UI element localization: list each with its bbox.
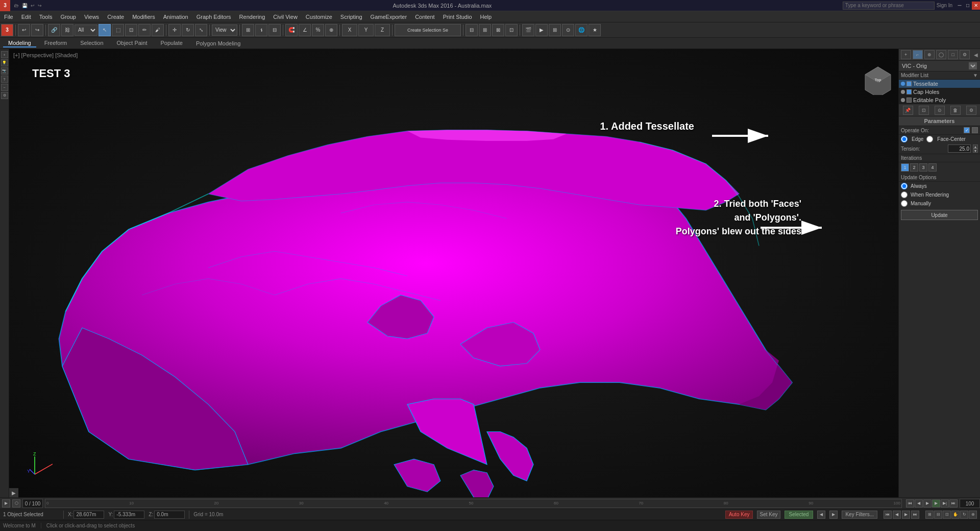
iter-2-btn[interactable]: 2 [910, 163, 918, 172]
zoom-all-btn[interactable]: ⊟ [934, 511, 942, 519]
tension-up-btn[interactable]: ▲ [973, 144, 978, 149]
modifier-list-expand[interactable]: ▼ [973, 73, 978, 78]
menu-graph-editors[interactable]: Graph Editors [192, 13, 235, 21]
view-dropdown[interactable]: View [212, 25, 237, 36]
percent-snap-btn[interactable]: % [312, 24, 324, 36]
camera-btn[interactable]: 📷 [1, 67, 8, 75]
select-obj-btn[interactable]: ↖ [99, 24, 111, 36]
window-crossing-btn[interactable]: ⊡ [125, 24, 137, 36]
freehand-btn[interactable]: ✏ [138, 24, 151, 36]
align-btn[interactable]: ⊞ [242, 24, 254, 36]
auto-key-btn[interactable]: Auto Key [725, 511, 753, 519]
timeline-scrubber[interactable]: 0 10 20 30 40 50 60 70 80 90 100 [45, 499, 902, 508]
menu-views[interactable]: Views [80, 13, 103, 21]
layer-editor-btn[interactable]: ⊞ [479, 24, 491, 36]
layer-btn2[interactable]: ⊠ [492, 24, 504, 36]
iter-1-btn[interactable]: 1 [901, 163, 909, 172]
operate-on-square[interactable] [972, 127, 978, 133]
modify-tab-btn[interactable]: ⌐ [913, 50, 923, 59]
utilities-tab-btn[interactable]: ⚙ [960, 50, 970, 59]
menu-civil-view[interactable]: Civil View [269, 13, 301, 21]
tension-input[interactable] [948, 144, 971, 153]
redo-btn[interactable]: ↪ [31, 24, 43, 36]
face-center-radio[interactable] [926, 136, 933, 142]
modifier-checkbox2[interactable] [906, 89, 912, 94]
menu-gameexporter[interactable]: GameExporter [366, 13, 411, 21]
select-link-btn[interactable]: 🔗 [48, 24, 60, 36]
next-frame-btn[interactable]: ▶| [941, 499, 949, 508]
remove-modifier-btn[interactable]: 🗑 [950, 106, 961, 115]
prev-frame-btn[interactable]: ◀ [915, 499, 923, 508]
snap-toggle-btn[interactable]: 🧲 [285, 24, 298, 36]
menu-modifiers[interactable]: Modifiers [128, 13, 159, 21]
select-region-btn[interactable]: ⬚ [112, 24, 124, 36]
logo-btn[interactable]: 3 [1, 24, 13, 36]
select-filter[interactable]: All [75, 25, 97, 36]
spinner-snap-btn[interactable]: ⊕ [325, 24, 337, 36]
pin-stack-btn[interactable]: 📌 [903, 106, 913, 115]
iter-4-btn[interactable]: 4 [928, 163, 937, 172]
next-key-btn[interactable]: ▶ [829, 511, 838, 519]
unlink-btn[interactable]: ⛓ [61, 24, 74, 36]
configure-modifiers-btn[interactable]: ⚙ [966, 106, 976, 115]
maximize-btn[interactable]: □ [964, 2, 972, 10]
viewport[interactable]: [+] [Perspective] [Shaded] TEST 3 1. Add… [9, 49, 898, 497]
zoom-extents-btn[interactable]: ⊞ [925, 511, 934, 519]
tab-object-paint[interactable]: Object Paint [112, 39, 153, 47]
when-rendering-radio[interactable] [901, 191, 908, 198]
material-editor-btn[interactable]: ⊙ [562, 24, 574, 36]
play-btn[interactable]: ▶ [923, 499, 932, 508]
lights-btn[interactable]: 💡 [1, 59, 8, 66]
tab-selection[interactable]: Selection [75, 39, 108, 47]
operate-on-checkbox[interactable]: ✓ [964, 127, 970, 133]
always-radio[interactable] [901, 183, 908, 189]
selected-mode-btn[interactable]: Selected [785, 511, 814, 519]
layer-btn3[interactable]: ⊡ [505, 24, 518, 36]
undo-btn[interactable]: ↩ [18, 24, 30, 36]
mirror-btn[interactable]: ⫮ [255, 24, 267, 36]
menu-group[interactable]: Group [56, 13, 80, 21]
tab-freeform[interactable]: Freeform [39, 39, 72, 47]
anim-prev-btn[interactable]: ◀ [893, 511, 901, 519]
z-input[interactable]: Z [375, 24, 390, 36]
display-tab-btn[interactable]: □ [948, 50, 958, 59]
modifier-checkbox[interactable] [906, 81, 912, 86]
prev-key-btn[interactable]: ◀ [817, 511, 825, 519]
anim-end-btn[interactable]: ⏭ [911, 511, 919, 519]
array-btn[interactable]: ⊟ [268, 24, 281, 36]
go-end-btn[interactable]: ⏭ [949, 499, 958, 508]
select-move-btn[interactable]: ✛ [168, 24, 181, 36]
key-filters-btn[interactable]: Key Filters... [842, 511, 877, 519]
anim-start-btn[interactable]: ⏮ [884, 511, 892, 519]
menu-animation[interactable]: Animation [159, 13, 192, 21]
create-selection-btn[interactable]: Create Selection Se [395, 24, 461, 36]
modifier-checkbox3[interactable] [906, 98, 912, 103]
rotate-btn[interactable]: ↻ [182, 24, 194, 36]
menu-help[interactable]: Help [476, 13, 496, 21]
pan-btn[interactable]: ✋ [951, 511, 960, 519]
sign-in-btn[interactable]: Sign In [937, 3, 952, 8]
render-setup-btn[interactable]: 🎬 [522, 24, 534, 36]
modifier-editable-poly[interactable]: Editable Poly [899, 96, 980, 104]
scale-btn[interactable]: ⤡ [195, 24, 207, 36]
go-start-btn[interactable]: ⏮ [906, 499, 914, 508]
timeline-marker-btn[interactable]: ⬡ [12, 499, 20, 508]
iter-3-btn[interactable]: 3 [919, 163, 927, 172]
close-btn[interactable]: ✕ [972, 2, 980, 10]
x-input[interactable]: X [342, 24, 357, 36]
y-input[interactable]: Y [358, 24, 374, 36]
show-end-result-btn[interactable]: ⊡ [919, 106, 929, 115]
space-warps-btn[interactable]: ~ [1, 84, 8, 91]
make-unique-btn[interactable]: ⊙ [935, 106, 945, 115]
menu-rendering[interactable]: Rendering [235, 13, 270, 21]
tension-down-btn[interactable]: ▼ [973, 149, 978, 153]
anim-next-btn[interactable]: ▶ [902, 511, 910, 519]
menu-content[interactable]: Content [411, 13, 439, 21]
zoom-region-btn[interactable]: ⊡ [943, 511, 951, 519]
modifier-cap-holes[interactable]: Cap Holes [899, 88, 980, 96]
panel-expand-btn[interactable]: ◀ [972, 49, 980, 60]
render-view-btn[interactable]: ⊞ [549, 24, 561, 36]
search-input[interactable] [843, 2, 935, 10]
menu-edit[interactable]: Edit [17, 13, 35, 21]
create-geo-btn[interactable]: + [1, 51, 8, 58]
